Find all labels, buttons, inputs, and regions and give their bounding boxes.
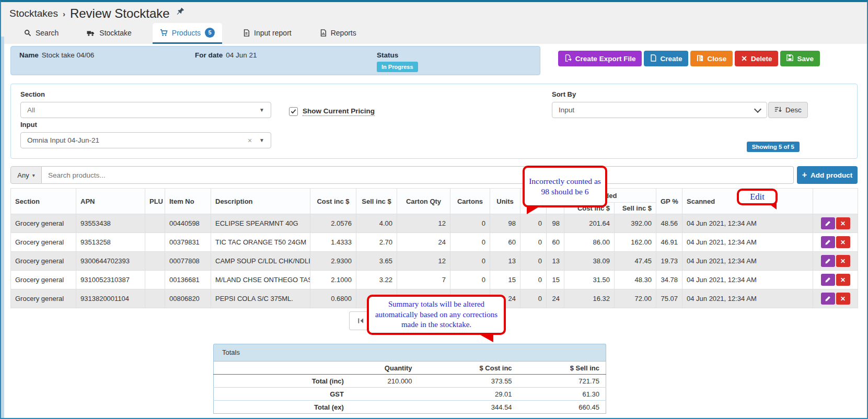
tab-reports[interactable]: Reports: [313, 23, 364, 44]
cell-description-link[interactable]: CAMP SOUP C/LDL CHK/NDLE...: [211, 252, 310, 271]
tab-products-label: Products: [172, 29, 201, 37]
add-product-button[interactable]: + Add product: [797, 166, 858, 184]
section-select[interactable]: All ▼: [20, 102, 271, 118]
cell-hidden-1: 0: [520, 233, 547, 252]
totals-row: GST 29.01 61.30: [214, 388, 606, 401]
search-scope-label: Any: [17, 171, 29, 179]
row-edit-button[interactable]: [821, 217, 835, 229]
cell-scanned: 04 Jun 2021, 12:34 AM: [682, 233, 813, 252]
cell-actions: ✕: [813, 233, 858, 252]
row-delete-button[interactable]: ✕: [836, 255, 850, 267]
showing-count-badge: Showing 5 of 5: [747, 142, 800, 152]
sort-by-select[interactable]: Input: [552, 102, 767, 118]
totals-table: Quantity $ Cost inc $ Sell inc Total (in…: [213, 361, 606, 414]
input-select[interactable]: Omnia Input 04-Jun-21 × ▼: [20, 132, 271, 148]
col-sell-inc: Sell inc $: [356, 189, 397, 214]
totals-row-label: Total (inc): [214, 375, 350, 388]
annotation-tail: [768, 203, 777, 210]
cell-apn-link[interactable]: 93553438: [76, 214, 145, 233]
clear-icon[interactable]: ×: [248, 136, 252, 145]
cell-apn-link[interactable]: 9300644702393: [76, 252, 145, 271]
cell-item-no-link[interactable]: 00136681: [165, 271, 211, 289]
col-apn: APN: [76, 189, 145, 214]
save-button[interactable]: Save: [780, 51, 820, 66]
col-cost-inc: Cost inc $: [310, 189, 356, 214]
delete-button[interactable]: ✕ Delete: [735, 51, 778, 66]
checkbox-checked-icon: [289, 107, 298, 116]
search-scope-dropdown[interactable]: Any ▾: [10, 166, 42, 184]
row-delete-button[interactable]: ✕: [836, 236, 850, 248]
cell-item-no-link[interactable]: 00806820: [165, 289, 211, 308]
products-table: Section APN PLU Item No Description Cost…: [10, 188, 858, 308]
cell-apn-link[interactable]: 93513258: [76, 233, 145, 252]
cell-actions: ✕: [813, 289, 858, 308]
door-icon: [697, 54, 703, 63]
cell-apn-link[interactable]: 9313820001104: [76, 289, 145, 308]
sort-by-value: Input: [559, 106, 574, 114]
section-label: Section: [20, 90, 45, 98]
plus-icon: +: [802, 171, 807, 179]
row-edit-button[interactable]: [821, 293, 835, 305]
cell-units: 15: [490, 271, 520, 289]
cell-sell-inc: 3.22: [356, 271, 397, 289]
show-current-pricing-label: Show Current Pricing: [303, 107, 375, 116]
for-date-value: 04 Jun 21: [226, 51, 257, 70]
create-export-file-button[interactable]: Create Export File: [558, 51, 642, 66]
col-cartons: Cartons: [450, 189, 490, 214]
search-input[interactable]: [42, 166, 794, 184]
totals-row-quantity: 210.000: [350, 375, 419, 388]
totals-col-sell-inc: $ Sell inc: [518, 362, 606, 375]
cell-gp: 48.56: [656, 214, 682, 233]
totals-row: Total (ex) 344.54 660.45: [214, 401, 606, 414]
cell-gp: 75.07: [656, 289, 682, 308]
annotation-tail: [527, 205, 541, 214]
cell-cost-inc: 2.9300: [310, 252, 356, 271]
annotation-tail: [477, 333, 493, 342]
products-table-body: Grocery general 93553438 00440598 ECLIPS…: [11, 214, 858, 308]
create-button[interactable]: Create: [644, 51, 688, 66]
row-edit-button[interactable]: [821, 274, 835, 286]
cell-description-link[interactable]: PEPSI COLA S/C 375ML.: [211, 289, 310, 308]
tab-stocktake[interactable]: Stocktake: [79, 23, 138, 44]
row-delete-button[interactable]: ✕: [836, 217, 850, 229]
breadcrumb-parent[interactable]: Stocktakes: [9, 8, 58, 19]
cell-recorded-units: 98: [547, 214, 564, 233]
cell-plu: [145, 289, 165, 308]
caret-down-icon: ▾: [32, 172, 35, 178]
cell-description-link[interactable]: M/LAND CHSE ONTHEGO TAS...: [211, 271, 310, 289]
stocktake-status: Status In Progress: [377, 51, 418, 70]
cell-item-no-link[interactable]: 00440598: [165, 214, 211, 233]
row-delete-button[interactable]: ✕: [836, 293, 850, 305]
cell-scanned: 04 Jun 2021, 12:34 AM: [682, 271, 813, 289]
totals-row-cost: 344.54: [419, 401, 518, 414]
cell-description-link[interactable]: TIC TAC ORANGE T50 24GM: [211, 233, 310, 252]
show-current-pricing-checkbox[interactable]: Show Current Pricing: [289, 107, 375, 116]
chevron-down-icon: [754, 105, 761, 112]
cell-cost-inc: 2.0576: [310, 214, 356, 233]
cell-apn-link[interactable]: 9310052310387: [76, 271, 145, 289]
cell-description-link[interactable]: ECLIPSE SPEARMNT 40G: [211, 214, 310, 233]
tab-input-report[interactable]: Input report: [236, 23, 299, 44]
totals-table-body: Total (inc) 210.000 373.55 721.75 GST 29…: [214, 375, 606, 414]
x-icon: ✕: [741, 55, 747, 62]
cell-item-no-link[interactable]: 00379831: [165, 233, 211, 252]
annotation-edit: Edit: [737, 189, 778, 205]
cell-section: Grocery general: [11, 252, 76, 271]
row-edit-button[interactable]: [821, 236, 835, 248]
close-button[interactable]: Close: [690, 51, 733, 66]
row-edit-button[interactable]: [821, 255, 835, 267]
cell-scanned: 04 Jun 2021, 12:34 AM: [682, 289, 813, 308]
row-delete-button[interactable]: ✕: [836, 274, 850, 286]
caret-down-icon: ▼: [259, 137, 264, 143]
cell-recorded-sell: 47.45: [615, 252, 656, 271]
cell-item-no-link[interactable]: 00077808: [165, 252, 211, 271]
pin-icon[interactable]: [177, 7, 184, 17]
name-label: Name: [19, 51, 39, 70]
cell-carton-qty: 7: [397, 271, 450, 289]
totals-col-cost-inc: $ Cost inc: [419, 362, 518, 375]
tab-search[interactable]: Search: [17, 23, 66, 44]
stocktake-name: Name Stock take 04/06: [19, 51, 195, 70]
cell-cost-inc: 2.1000: [310, 271, 356, 289]
sort-direction-button[interactable]: Desc: [768, 102, 808, 118]
tab-products[interactable]: Products 5: [153, 23, 222, 44]
